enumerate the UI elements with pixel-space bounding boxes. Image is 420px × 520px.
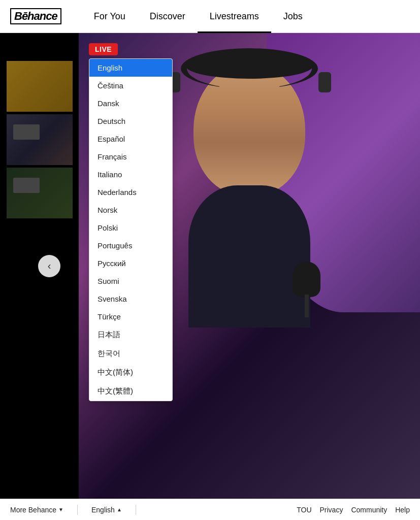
lang-item[interactable]: Čeština bbox=[89, 77, 172, 94]
footer-language-label: English bbox=[91, 506, 115, 514]
video-main[interactable]: LIVE EnglishČeštinaDanskDeutschEspañolFr… bbox=[79, 33, 420, 499]
person-body bbox=[188, 185, 310, 328]
lang-item[interactable]: Svenska bbox=[89, 290, 172, 308]
language-dropdown[interactable]: EnglishČeštinaDanskDeutschEspañolFrançai… bbox=[89, 58, 173, 401]
lang-item[interactable]: Português bbox=[89, 237, 172, 254]
lang-item[interactable]: Nederlands bbox=[89, 183, 172, 201]
more-behance-chevron: ▼ bbox=[58, 507, 63, 512]
mic-stand bbox=[305, 295, 309, 317]
lang-item[interactable]: Русский bbox=[89, 254, 172, 272]
lang-item[interactable]: English bbox=[89, 59, 172, 77]
streamer-silhouette bbox=[163, 63, 336, 328]
thumbnail-strip bbox=[0, 58, 79, 221]
lang-item[interactable]: Français bbox=[89, 148, 172, 166]
more-behance-label: More Behance bbox=[10, 506, 56, 514]
lang-item[interactable]: 日本語 bbox=[89, 326, 172, 344]
thumbnail-2[interactable] bbox=[7, 114, 73, 165]
lang-item[interactable]: 한국어 bbox=[89, 344, 172, 363]
prev-arrow[interactable]: ‹ bbox=[38, 255, 60, 277]
nav-link-foryou[interactable]: For You bbox=[82, 0, 138, 33]
footer-divider-1 bbox=[77, 505, 78, 515]
footer-lang-chevron: ▲ bbox=[117, 507, 122, 512]
lang-item[interactable]: Türkçe bbox=[89, 308, 172, 326]
thumbnail-1[interactable] bbox=[7, 61, 73, 112]
nav-link-discover[interactable]: Discover bbox=[138, 0, 198, 33]
live-badge: LIVE bbox=[89, 43, 118, 55]
lang-item[interactable]: Polski bbox=[89, 219, 172, 237]
headphone-right bbox=[318, 72, 331, 92]
footer-left: More Behance ▼ English ▲ bbox=[10, 505, 144, 515]
mic-head bbox=[293, 262, 320, 297]
footer-link[interactable]: Privacy bbox=[320, 506, 343, 514]
microphone bbox=[293, 262, 320, 317]
lang-item[interactable]: Suomi bbox=[89, 272, 172, 290]
footer-link[interactable]: TOU bbox=[297, 506, 311, 514]
lang-item[interactable]: Italiano bbox=[89, 166, 172, 183]
person-head bbox=[193, 63, 305, 196]
footer: More Behance ▼ English ▲ TOUPrivacyCommu… bbox=[0, 499, 420, 520]
more-behance-button[interactable]: More Behance ▼ bbox=[10, 506, 63, 514]
lang-item[interactable]: Deutsch bbox=[89, 112, 172, 130]
footer-link[interactable]: Community bbox=[351, 506, 387, 514]
nav-links: For You Discover Livestreams Jobs bbox=[82, 0, 410, 33]
video-area: ‹ LIVE EnglishČeštinaDanskDeutschEspañol… bbox=[0, 33, 420, 499]
footer-link[interactable]: Help bbox=[395, 506, 410, 514]
nav-link-livestreams[interactable]: Livestreams bbox=[198, 0, 271, 33]
footer-language-selector[interactable]: English ▲ bbox=[91, 506, 122, 514]
lang-item[interactable]: 中文(简体) bbox=[89, 363, 172, 382]
lang-item[interactable]: 中文(繁體) bbox=[89, 382, 172, 401]
nav-link-jobs[interactable]: Jobs bbox=[271, 0, 315, 33]
footer-divider-2 bbox=[136, 505, 136, 515]
footer-links: TOUPrivacyCommunityHelp bbox=[297, 506, 410, 514]
lang-item[interactable]: Dansk bbox=[89, 94, 172, 112]
lang-item[interactable]: Español bbox=[89, 130, 172, 148]
thumbnail-3[interactable] bbox=[7, 168, 73, 218]
headphones bbox=[181, 48, 318, 89]
main-nav: Bēhance For You Discover Livestreams Job… bbox=[0, 0, 420, 33]
lang-item[interactable]: Norsk bbox=[89, 201, 172, 219]
behance-logo[interactable]: Bēhance bbox=[10, 8, 61, 24]
